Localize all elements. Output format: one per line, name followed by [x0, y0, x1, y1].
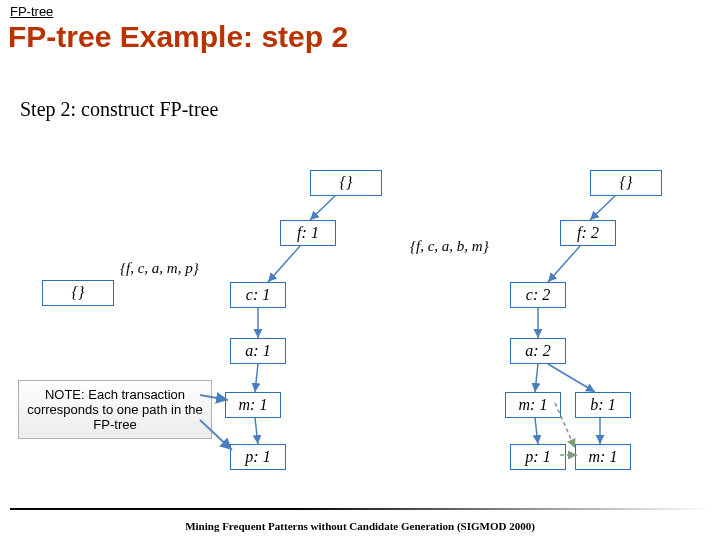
footer-divider	[10, 508, 710, 510]
svg-line-0	[310, 196, 335, 220]
step-subtitle: Step 2: construct FP-tree	[20, 98, 218, 121]
tree1-m: m: 1	[225, 392, 281, 418]
footer-citation: Mining Frequent Patterns without Candida…	[0, 520, 720, 532]
svg-line-10	[548, 364, 595, 392]
tree1-p: p: 1	[230, 444, 286, 470]
tree2-a: a: 2	[510, 338, 566, 364]
transaction-1-label: {f, c, a, m, p}	[120, 260, 199, 277]
svg-line-1	[268, 246, 300, 282]
note-box: NOTE: Each transaction corresponds to on…	[18, 380, 212, 439]
svg-line-5	[590, 196, 615, 220]
root-node-right: {}	[590, 170, 662, 196]
svg-line-4	[255, 418, 258, 444]
tree2-c: c: 2	[510, 282, 566, 308]
transaction-2-label: {f, c, a, b, m}	[410, 238, 489, 255]
svg-line-8	[535, 364, 538, 392]
svg-line-9	[535, 418, 538, 444]
tree1-f: f: 1	[280, 220, 336, 246]
tree2-b: b: 1	[575, 392, 631, 418]
svg-line-6	[548, 246, 580, 282]
root-node-left: {}	[310, 170, 382, 196]
tree2-f: f: 2	[560, 220, 616, 246]
breadcrumb: FP-tree	[10, 4, 53, 19]
page-title: FP-tree Example: step 2	[8, 20, 348, 54]
tree1-a: a: 1	[230, 338, 286, 364]
svg-line-3	[255, 364, 258, 392]
empty-node: {}	[42, 280, 114, 306]
tree1-c: c: 1	[230, 282, 286, 308]
tree2-m2: m: 1	[575, 444, 631, 470]
tree2-m: m: 1	[505, 392, 561, 418]
tree2-p: p: 1	[510, 444, 566, 470]
